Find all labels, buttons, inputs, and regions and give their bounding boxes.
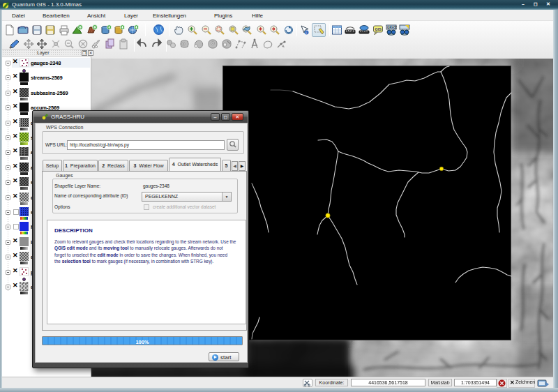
svg-text:i: i bbox=[306, 31, 306, 35]
svg-text:GRASS: GRASS bbox=[387, 26, 397, 29]
svg-text:GIS: GIS bbox=[375, 27, 382, 31]
